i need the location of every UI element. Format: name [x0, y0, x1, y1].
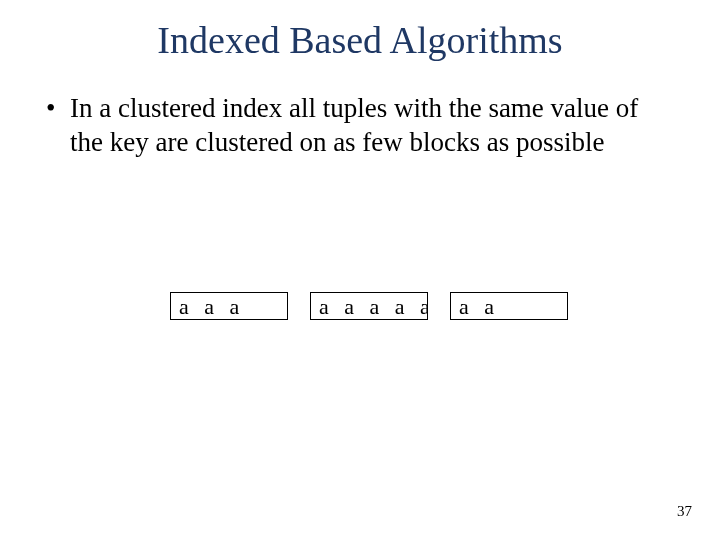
slide: Indexed Based Algorithms • In a clustere…	[0, 0, 720, 540]
bullet-item: • In a clustered index all tuples with t…	[70, 92, 670, 160]
slide-body: • In a clustered index all tuples with t…	[0, 62, 720, 160]
slide-title: Indexed Based Algorithms	[0, 0, 720, 62]
bullet-text: In a clustered index all tuples with the…	[70, 92, 670, 160]
page-number: 37	[677, 503, 692, 520]
block-3: a a	[450, 292, 568, 320]
block-2: a a a a a	[310, 292, 428, 320]
bullet-marker: •	[46, 92, 70, 160]
block-1: a a a	[170, 292, 288, 320]
block-diagram: a a a a a a a a a a	[170, 292, 568, 320]
